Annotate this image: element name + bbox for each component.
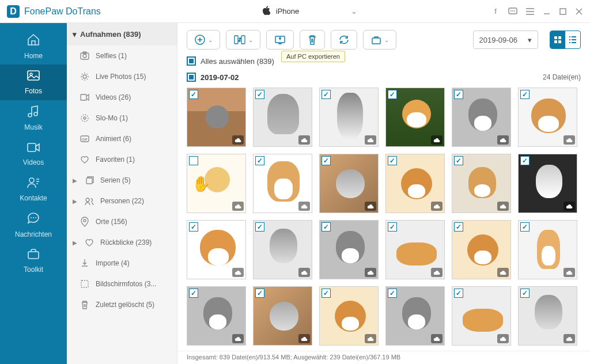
svg-rect-28	[241, 36, 245, 44]
nav-videos[interactable]: Videos	[0, 136, 67, 172]
photo-checkbox[interactable]	[189, 289, 198, 298]
nav-messages[interactable]: Nachrichten	[0, 207, 67, 243]
photo-checkbox[interactable]	[520, 222, 530, 232]
category-item[interactable]: Live Photos (15)	[67, 66, 177, 87]
add-button[interactable]: ⌄	[187, 30, 220, 50]
photo-thumbnail[interactable]	[253, 286, 312, 346]
photo-thumbnail[interactable]	[452, 286, 511, 346]
photo-thumbnail[interactable]	[452, 220, 511, 279]
svg-rect-30	[372, 38, 380, 44]
facebook-icon[interactable]: f	[491, 7, 500, 16]
photo-checkbox[interactable]	[454, 90, 463, 99]
photo-thumbnail[interactable]	[518, 220, 577, 279]
nav-contacts[interactable]: Kontakte	[0, 172, 67, 207]
photo-checkbox[interactable]	[322, 156, 331, 165]
photo-checkbox[interactable]	[322, 90, 331, 99]
svg-point-2	[512, 10, 513, 12]
date-group-header[interactable]: 2019-07-02 24 Datei(en)	[177, 69, 590, 85]
photo-thumbnail[interactable]	[385, 154, 445, 213]
category-item[interactable]: Selfies (1)	[67, 46, 177, 66]
date-checkbox[interactable]	[187, 73, 196, 82]
photo-checkbox[interactable]	[520, 90, 530, 99]
photo-checkbox[interactable]	[388, 90, 397, 99]
nav-toolkit[interactable]: Toolkit	[0, 243, 67, 279]
photo-thumbnail[interactable]	[253, 154, 312, 213]
photo-thumbnail[interactable]	[385, 286, 445, 346]
photo-thumbnail[interactable]	[187, 220, 246, 279]
category-item[interactable]: ▶Rückblicke (239)	[67, 232, 177, 253]
photo-checkbox[interactable]	[520, 289, 530, 298]
photo-checkbox[interactable]	[454, 222, 463, 232]
svg-point-3	[514, 10, 515, 12]
list-view-button[interactable]	[565, 31, 580, 48]
photo-checkbox[interactable]	[189, 156, 198, 165]
category-icon	[80, 279, 90, 289]
photo-thumbnail[interactable]	[187, 88, 246, 147]
category-item[interactable]: Orte (156)	[67, 211, 177, 232]
category-item[interactable]: ▶Serien (5)	[67, 170, 177, 191]
category-item[interactable]: Favoriten (1)	[67, 149, 177, 170]
tools-button[interactable]: ⌄	[363, 30, 396, 50]
category-item[interactable]: Bildschirmfotos (3...	[67, 274, 177, 294]
maximize-button[interactable]	[559, 7, 567, 16]
category-item[interactable]: Slo-Mo (1)	[67, 108, 177, 128]
device-selector[interactable]: iPhone ⌄	[251, 3, 369, 19]
photo-thumbnail[interactable]	[187, 154, 246, 213]
nav-home[interactable]: Home	[0, 29, 67, 65]
photo-checkbox[interactable]	[454, 156, 463, 165]
feedback-icon[interactable]	[508, 7, 517, 16]
category-item[interactable]: Videos (26)	[67, 87, 177, 108]
photo-checkbox[interactable]	[189, 222, 198, 232]
music-icon	[27, 105, 40, 121]
minimize-button[interactable]	[543, 7, 551, 16]
nav-music[interactable]: Musik	[0, 100, 67, 136]
transfer-device-button[interactable]: ⌄	[226, 30, 260, 50]
photo-thumbnail[interactable]	[319, 154, 379, 213]
nav-photos[interactable]: Fotos	[0, 65, 67, 100]
date-picker[interactable]: 2019-09-06▾	[473, 31, 539, 49]
photo-thumbnail[interactable]	[452, 154, 511, 213]
category-item[interactable]: Zuletzt gelöscht (5)	[67, 294, 177, 315]
photo-checkbox[interactable]	[255, 289, 264, 298]
category-item[interactable]: ▶Personen (22)	[67, 191, 177, 211]
photo-thumbnail[interactable]	[518, 154, 577, 213]
photo-checkbox[interactable]	[255, 90, 264, 99]
photo-thumbnail[interactable]	[319, 220, 379, 279]
photo-thumbnail[interactable]	[385, 88, 445, 147]
photo-checkbox[interactable]	[322, 222, 331, 232]
photo-thumbnail[interactable]	[319, 286, 379, 346]
export-tooltip: Auf PC exportieren	[281, 51, 345, 62]
photo-thumbnail[interactable]	[253, 220, 312, 279]
refresh-button[interactable]	[331, 30, 357, 50]
category-item[interactable]: GIFAnimiert (6)	[67, 128, 177, 149]
photo-thumbnail[interactable]	[452, 88, 511, 147]
photo-checkbox[interactable]	[189, 90, 198, 99]
photo-checkbox[interactable]	[388, 222, 397, 232]
select-all-checkbox[interactable]	[187, 56, 196, 66]
photo-thumbnail[interactable]	[253, 88, 312, 147]
photo-checkbox[interactable]	[255, 222, 264, 232]
close-button[interactable]	[575, 7, 583, 16]
category-item[interactable]: Importe (4)	[67, 253, 177, 274]
select-all-row[interactable]: Alles auswählen (839)	[177, 53, 590, 69]
menu-icon[interactable]	[525, 7, 535, 16]
photo-checkbox[interactable]	[322, 289, 331, 298]
photo-checkbox[interactable]	[454, 289, 463, 298]
category-header[interactable]: ▾ Aufnahmen (839)	[67, 23, 177, 46]
chevron-down-icon: ⌄	[351, 7, 357, 16]
titlebar: D FonePaw DoTrans iPhone ⌄ f	[0, 0, 590, 23]
delete-button[interactable]	[300, 30, 325, 50]
svg-rect-4	[560, 9, 566, 14]
photo-thumbnail[interactable]	[187, 286, 246, 346]
photo-checkbox[interactable]	[520, 156, 530, 165]
grid-view-button[interactable]	[550, 31, 565, 48]
photo-thumbnail[interactable]	[319, 88, 379, 147]
export-pc-button[interactable]	[266, 30, 294, 50]
photo-thumbnail[interactable]	[518, 88, 577, 147]
photo-checkbox[interactable]	[255, 156, 264, 165]
photo-thumbnail[interactable]	[385, 220, 445, 279]
photo-thumbnail[interactable]	[518, 286, 577, 346]
photo-checkbox[interactable]	[388, 289, 397, 298]
category-icon	[80, 92, 90, 103]
photo-checkbox[interactable]	[388, 156, 397, 165]
